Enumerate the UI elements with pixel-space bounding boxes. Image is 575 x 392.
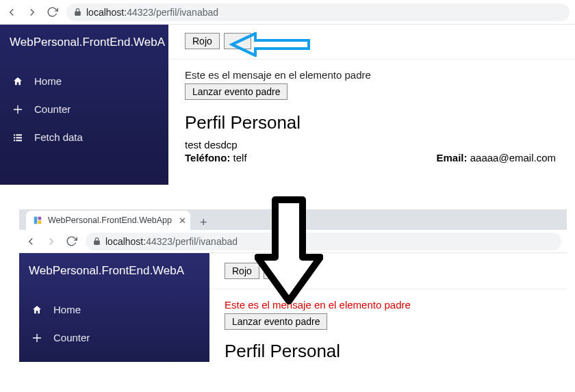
second-button-partial[interactable]: N — [264, 263, 281, 279]
plus-icon — [12, 104, 25, 115]
page-title: Perfil Personal — [185, 112, 559, 133]
sidebar-item-label: Home — [34, 75, 62, 87]
covered-button[interactable] — [224, 33, 251, 49]
page-title: Perfil Personal — [225, 341, 552, 362]
url-path: 44323/perfil/ivanabad — [146, 236, 238, 247]
telefono-value: telf — [233, 152, 247, 164]
url-host: localhost: — [105, 236, 146, 247]
browser-tabstrip: WebPersonal.FrontEnd.WebApp ✕ + — [19, 209, 567, 230]
new-tab-button[interactable]: + — [194, 215, 213, 230]
telefono-label: Teléfono: — [185, 152, 230, 164]
app-bottom: WebPersonal.FrontEnd.WebA Home Counter — [19, 253, 567, 362]
back-icon[interactable] — [25, 235, 37, 248]
url-path: 44323/perfil/ivanabad — [127, 7, 218, 18]
home-icon — [31, 304, 44, 315]
sidebar: WebPersonal.FrontEnd.WebA Home Counter — [19, 253, 209, 362]
sidebar-item-fetch[interactable]: Fetch data — [0, 123, 168, 151]
url-host: localhost: — [86, 7, 127, 18]
launch-event-button[interactable]: Lanzar evento padre — [225, 313, 327, 330]
app-top: WebPersonal.FrontEnd.WebA Home Counter F… — [0, 25, 575, 185]
lock-icon — [73, 8, 82, 16]
parent-message: Este es el mensaje en el elemento padre — [225, 299, 552, 311]
sidebar-item-counter[interactable]: Counter — [0, 95, 168, 123]
reload-icon[interactable] — [47, 6, 58, 18]
email: Email: aaaaa@email.com — [437, 152, 556, 164]
sidebar-item-label: Fetch data — [34, 131, 83, 143]
app-brand: WebPersonal.FrontEnd.WebA — [19, 253, 209, 289]
home-icon — [12, 76, 25, 87]
main-content: Rojo N Este es el mensaje en el elemento… — [209, 253, 567, 362]
favicon-icon — [33, 215, 42, 225]
back-icon[interactable] — [5, 6, 18, 18]
sidebar-item-label: Home — [53, 304, 81, 315]
svg-rect-2 — [14, 137, 15, 138]
email-label: Email: — [437, 152, 468, 164]
close-icon[interactable]: ✕ — [177, 215, 188, 226]
rojo-button[interactable]: Rojo — [185, 33, 220, 49]
button-row: Rojo — [168, 33, 575, 60]
browser-toolbar: localhost:44323/perfil/ivanabad — [0, 0, 575, 25]
url-text: localhost:44323/perfil/ivanabad — [86, 7, 218, 18]
url-text: localhost:44323/perfil/ivanabad — [105, 236, 238, 247]
sidebar: WebPersonal.FrontEnd.WebA Home Counter F… — [0, 25, 168, 185]
email-value: aaaaa@email.com — [470, 152, 556, 164]
svg-rect-0 — [14, 134, 15, 135]
contact-row: Teléfono: telf Email: aaaaa@email.com — [185, 152, 559, 164]
address-bar[interactable]: localhost:44323/perfil/ivanabad — [86, 233, 561, 250]
sidebar-item-home[interactable]: Home — [0, 67, 168, 95]
address-bar[interactable]: localhost:44323/perfil/ivanabad — [66, 3, 570, 21]
browser-tab[interactable]: WebPersonal.FrontEnd.WebApp ✕ — [26, 211, 190, 230]
lock-icon — [92, 237, 101, 246]
main-content: Rojo Este es el mensaje en el elemento p… — [168, 25, 575, 185]
svg-rect-3 — [16, 137, 22, 138]
parent-message: Este es el mensaje en el elemento padre — [185, 69, 559, 81]
tab-title: WebPersonal.FrontEnd.WebApp — [48, 215, 172, 225]
launch-event-button[interactable]: Lanzar evento padre — [185, 83, 288, 100]
sidebar-item-label: Counter — [34, 103, 71, 115]
browser-toolbar: localhost:44323/perfil/ivanabad — [19, 230, 567, 253]
button-row: Rojo N — [209, 263, 567, 289]
svg-rect-6 — [34, 217, 38, 224]
svg-rect-8 — [38, 221, 42, 224]
reload-icon[interactable] — [66, 235, 77, 247]
svg-rect-5 — [16, 140, 22, 141]
sidebar-nav: Home Counter — [19, 289, 209, 352]
svg-rect-7 — [38, 217, 42, 220]
sidebar-item-label: Counter — [53, 332, 90, 343]
telefono: Teléfono: telf — [185, 152, 247, 164]
rojo-button[interactable]: Rojo — [225, 263, 259, 279]
app-brand: WebPersonal.FrontEnd.WebA — [0, 25, 168, 60]
plus-icon — [31, 332, 44, 343]
profile-desc: test desdcp — [185, 139, 559, 151]
sidebar-item-home[interactable]: Home — [19, 296, 209, 324]
sidebar-item-counter[interactable]: Counter — [19, 324, 209, 352]
after-screenshot-window: WebPersonal.FrontEnd.WebApp ✕ + localhos… — [19, 209, 567, 362]
sidebar-nav: Home Counter Fetch data — [0, 60, 168, 151]
list-icon — [12, 132, 25, 143]
svg-rect-4 — [14, 140, 15, 141]
forward-icon[interactable] — [45, 235, 58, 248]
forward-icon[interactable] — [26, 6, 38, 18]
svg-rect-1 — [16, 134, 22, 135]
